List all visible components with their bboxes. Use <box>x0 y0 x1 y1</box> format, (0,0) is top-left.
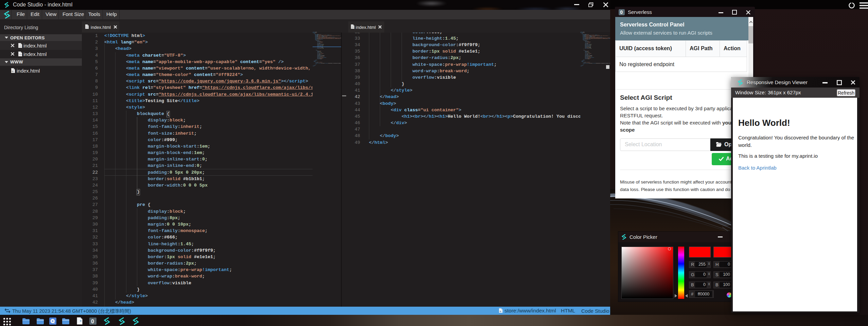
svg-text:w: w <box>499 310 501 312</box>
svg-text:<>: <> <box>19 45 22 47</box>
svg-text:<>: <> <box>19 54 22 56</box>
svg-text:ht: ht <box>12 70 14 73</box>
svg-text:0: 0 <box>620 9 623 15</box>
svg-text:<>: <> <box>352 26 354 28</box>
svg-text:<>: <> <box>86 26 88 28</box>
svg-text:0: 0 <box>91 319 94 324</box>
